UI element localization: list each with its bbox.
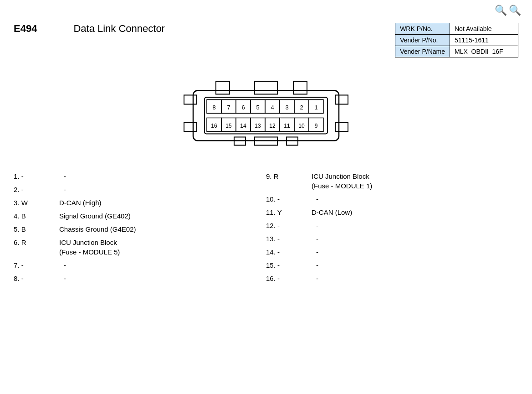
svg-text:10: 10 (298, 123, 305, 129)
pin-13-desc: - (316, 234, 518, 244)
pin-10-desc: - (316, 194, 518, 204)
pin-16-num: 16. - (266, 274, 293, 283)
pin-14: 14. - - (266, 247, 518, 257)
pin-6-desc: ICU Junction Block(Fuse - MODULE 5) (59, 238, 266, 257)
svg-text:6: 6 (241, 104, 245, 111)
pin-1-desc: - (64, 171, 266, 181)
info-row-3: Vender P/Name MLX_OBDII_16F (395, 46, 518, 57)
pin-11: 11. Y D-CAN (Low) (266, 207, 518, 217)
pin-5-desc: Chassis Ground (G4E02) (59, 224, 266, 234)
svg-rect-7 (293, 82, 307, 94)
info-label-3: Vender P/Name (395, 46, 450, 57)
svg-text:14: 14 (240, 123, 246, 129)
pin-2: 2. - - (14, 185, 266, 194)
pin-4-num: 4. B (14, 211, 41, 221)
svg-text:9: 9 (315, 123, 318, 129)
pin-5-num: 5. B (14, 224, 41, 234)
svg-text:2: 2 (300, 104, 303, 111)
info-label-1: WRK P/No. (395, 23, 450, 35)
pin-9: 9. R ICU Junction Block(Fuse - MODULE 1) (266, 171, 518, 191)
pin-13-num: 13. - (266, 234, 293, 244)
svg-text:15: 15 (225, 123, 232, 129)
pin-11-desc: D-CAN (Low) (312, 207, 518, 217)
zoom-in-icon[interactable]: 🔍 (495, 5, 509, 16)
info-table: WRK P/No. Not Available Vender P/No. 511… (395, 23, 518, 57)
pin-15-desc: - (316, 260, 518, 270)
pin-1-num: 1. - (14, 171, 41, 181)
svg-text:13: 13 (255, 123, 261, 129)
pin-9-desc: ICU Junction Block(Fuse - MODULE 1) (312, 171, 518, 191)
pin-13: 13. - - (266, 234, 518, 244)
svg-text:1: 1 (314, 104, 317, 111)
svg-rect-6 (255, 82, 277, 94)
pin-16-desc: - (316, 274, 518, 283)
svg-text:11: 11 (284, 123, 290, 129)
svg-rect-5 (216, 82, 230, 94)
svg-rect-2 (184, 123, 197, 132)
pin-10: 10. - - (266, 194, 518, 204)
pin-15: 15. - - (266, 260, 518, 270)
svg-text:4: 4 (271, 104, 274, 111)
svg-rect-0 (193, 91, 339, 141)
pin-15-num: 15. - (266, 260, 293, 270)
pin-7-desc: - (64, 260, 266, 270)
connector-diagram: 8 7 6 5 4 3 2 1 16 15 14 13 12 (179, 71, 353, 153)
pin-7-num: 7. - (14, 260, 41, 270)
pin-3-desc: D-CAN (High) (59, 198, 266, 207)
pin-12: 12. - - (266, 221, 518, 230)
pin-column-left: 1. - - 2. - - 3. W D-CAN (High) 4. B Sig… (14, 171, 266, 287)
pin-3-num: 3. W (14, 198, 41, 207)
pin-11-num: 11. Y (266, 207, 293, 217)
info-label-2: Vender P/No. (395, 35, 450, 46)
svg-text:3: 3 (285, 104, 288, 111)
pin-3: 3. W D-CAN (High) (14, 198, 266, 207)
pin-6-num: 6. R (14, 238, 41, 247)
svg-text:7: 7 (227, 104, 230, 111)
pin-7: 7. - - (14, 260, 266, 270)
pin-5: 5. B Chassis Ground (G4E02) (14, 224, 266, 234)
header-section: E494 Data Link Connector WRK P/No. Not A… (14, 23, 518, 57)
zoom-icons[interactable]: 🔍🔍 (495, 5, 523, 16)
info-value-1: Not Available (450, 23, 518, 35)
svg-text:16: 16 (211, 123, 217, 129)
info-row-1: WRK P/No. Not Available (395, 23, 518, 35)
diagram-container: 8 7 6 5 4 3 2 1 16 15 14 13 12 (14, 71, 518, 153)
connector-code: E494 (14, 23, 37, 35)
pin-4-desc: Signal Ground (GE402) (59, 211, 266, 221)
svg-text:5: 5 (256, 104, 259, 111)
svg-rect-4 (335, 123, 348, 132)
pin-14-desc: - (316, 247, 518, 257)
pin-10-num: 10. - (266, 194, 293, 204)
info-row-2: Vender P/No. 51115-1611 (395, 35, 518, 46)
connector-title: Data Link Connector (73, 23, 165, 35)
pin-9-num: 9. R (266, 171, 293, 181)
pin-8: 8. - - (14, 274, 266, 283)
pin-8-desc: - (64, 274, 266, 283)
pin-2-desc: - (64, 185, 266, 194)
pin-12-num: 12. - (266, 221, 293, 230)
zoom-out-icon[interactable]: 🔍 (509, 5, 523, 16)
pin-6: 6. R ICU Junction Block(Fuse - MODULE 5) (14, 238, 266, 257)
pin-8-num: 8. - (14, 274, 41, 283)
svg-rect-1 (184, 95, 197, 104)
pin-12-desc: - (316, 221, 518, 230)
pin-14-num: 14. - (266, 247, 293, 257)
pin-1: 1. - - (14, 171, 266, 181)
pin-16: 16. - - (266, 274, 518, 283)
info-value-2: 51115-1611 (450, 35, 518, 46)
svg-text:12: 12 (269, 123, 276, 129)
svg-rect-3 (335, 95, 348, 104)
pin-list-section: 1. - - 2. - - 3. W D-CAN (High) 4. B Sig… (14, 171, 518, 287)
pin-4: 4. B Signal Ground (GE402) (14, 211, 266, 221)
pin-2-num: 2. - (14, 185, 41, 194)
info-value-3: MLX_OBDII_16F (450, 46, 518, 57)
svg-text:8: 8 (212, 104, 215, 111)
pin-column-right: 9. R ICU Junction Block(Fuse - MODULE 1)… (266, 171, 518, 287)
